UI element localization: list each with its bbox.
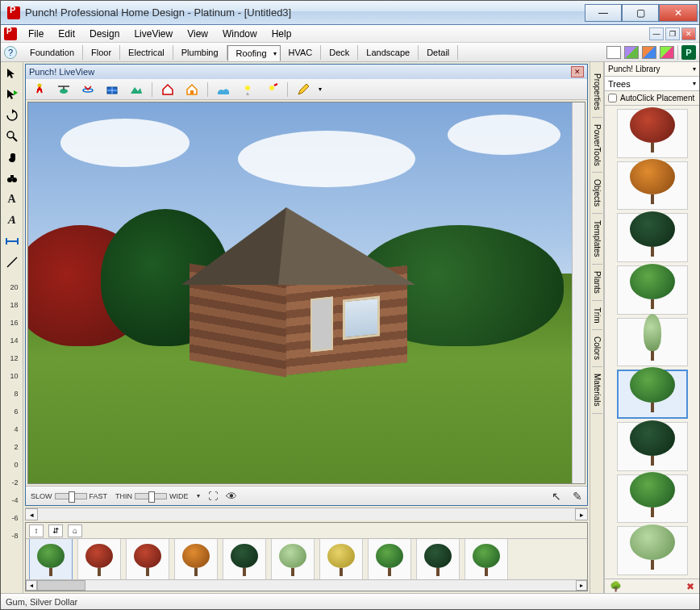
svg-point-9 xyxy=(38,83,42,87)
menu-help[interactable]: Help xyxy=(265,27,298,41)
fov-dropdown-icon[interactable]: ▾ xyxy=(197,492,200,499)
pointer-select-tool[interactable] xyxy=(4,86,20,102)
line-tool[interactable] xyxy=(4,254,20,270)
menu-liveview[interactable]: LiveView xyxy=(127,27,179,41)
autoclick-checkbox[interactable] xyxy=(608,94,617,102)
close-button[interactable]: ✕ xyxy=(659,4,698,22)
tab-roofing[interactable]: Roofing xyxy=(227,45,281,61)
library-item[interactable] xyxy=(617,370,688,419)
tray-item[interactable] xyxy=(29,539,73,579)
lib-foot-close-icon[interactable]: ✖ xyxy=(686,581,694,592)
eye-icon[interactable]: 👁 xyxy=(226,490,237,503)
text-tool-a[interactable]: A xyxy=(4,191,20,207)
tray-item[interactable] xyxy=(271,539,315,579)
pencil-tool-icon[interactable] xyxy=(294,81,312,98)
tab-hvac[interactable]: HVAC xyxy=(281,45,322,60)
tray-item[interactable] xyxy=(416,539,460,579)
helicopter-tool-icon[interactable] xyxy=(55,81,73,98)
zoom-tool[interactable] xyxy=(4,128,20,144)
viewcube-3-icon[interactable] xyxy=(642,46,656,59)
tray-item[interactable] xyxy=(77,539,121,579)
menu-edit[interactable]: Edit xyxy=(52,27,81,41)
library-item[interactable] xyxy=(617,422,688,471)
fullscreen-icon[interactable]: ⛶ xyxy=(208,491,218,502)
pointer-tool[interactable] xyxy=(4,65,20,81)
light2-tool-icon[interactable] xyxy=(263,81,281,98)
tray-btn-2[interactable]: ⇵ xyxy=(48,524,63,537)
library-item[interactable] xyxy=(617,318,688,367)
library-item[interactable] xyxy=(617,526,688,575)
liveview-panel: Punch! LiveView ✕ xyxy=(25,64,588,506)
light-tool-icon[interactable] xyxy=(239,81,256,98)
tab-foundation[interactable]: Foundation xyxy=(22,45,83,60)
vtab-objects[interactable]: Objects xyxy=(592,173,602,214)
viewcube-1-icon[interactable] xyxy=(606,46,621,59)
text-tool-b[interactable]: A xyxy=(2,212,21,228)
vtab-properties[interactable]: Properties xyxy=(592,67,602,118)
library-category-dropdown[interactable]: Trees▾ xyxy=(605,77,699,91)
tray-item[interactable] xyxy=(368,539,411,579)
vtab-powertools[interactable]: PowerTools xyxy=(592,118,602,173)
cursor-icon[interactable]: ↖ xyxy=(552,490,561,503)
tab-electrical[interactable]: Electrical xyxy=(120,45,173,60)
tray-btn-3[interactable]: ⌂ xyxy=(68,524,82,537)
lib-foot-tree-icon[interactable]: 🌳 xyxy=(610,581,622,592)
speed-slider[interactable]: SLOW FAST xyxy=(31,492,107,500)
viewport-vscrollbar[interactable] xyxy=(572,102,585,483)
tab-detail[interactable]: Detail xyxy=(419,45,458,60)
house2-tool-icon[interactable] xyxy=(183,81,201,98)
tab-plumbing[interactable]: Plumbing xyxy=(173,45,227,60)
library-title-dropdown[interactable]: Punch! Library▾ xyxy=(605,62,699,77)
mdi-minimize-button[interactable]: — xyxy=(649,27,664,40)
library-item[interactable] xyxy=(617,265,688,315)
library-item[interactable] xyxy=(617,474,688,524)
tray-item[interactable] xyxy=(465,539,508,579)
dimension-tool[interactable] xyxy=(4,233,20,249)
liveview-close-button[interactable]: ✕ xyxy=(571,66,584,77)
vtab-materials[interactable]: Materials xyxy=(592,367,602,414)
library-item[interactable] xyxy=(617,213,688,262)
house-tool-icon[interactable] xyxy=(159,81,177,98)
menu-file[interactable]: File xyxy=(22,27,50,41)
tab-landscape[interactable]: Landscape xyxy=(358,45,419,60)
tray-item[interactable] xyxy=(174,539,218,579)
tray-btn-1[interactable]: ↕ xyxy=(29,524,44,537)
tab-deck[interactable]: Deck xyxy=(321,45,358,60)
mdi-close-button[interactable]: ✕ xyxy=(681,27,696,40)
viewcube-4-icon[interactable] xyxy=(660,46,674,59)
menu-design[interactable]: Design xyxy=(83,27,126,41)
plan-hscrollbar[interactable]: ◂▸ xyxy=(25,508,588,520)
pan-tool[interactable] xyxy=(4,149,20,165)
help-icon[interactable]: ? xyxy=(4,46,17,59)
library-item[interactable] xyxy=(617,109,688,158)
flyby-tool-icon[interactable] xyxy=(79,81,97,98)
vtab-colors[interactable]: Colors xyxy=(592,330,602,367)
vtab-plants[interactable]: Plants xyxy=(592,265,602,301)
tray-item[interactable] xyxy=(319,539,363,579)
width-slider[interactable]: THIN WIDE xyxy=(115,492,189,500)
pencil-dropdown-icon[interactable]: ▾ xyxy=(319,86,322,93)
vtab-trim[interactable]: Trim xyxy=(592,301,602,331)
rotate-tool[interactable] xyxy=(4,107,20,123)
mdi-restore-button[interactable]: ❐ xyxy=(665,27,680,40)
menu-view[interactable]: View xyxy=(181,27,215,41)
menu-window[interactable]: Window xyxy=(216,27,264,41)
walk-tool-icon[interactable] xyxy=(31,81,48,98)
binoculars-tool[interactable] xyxy=(4,170,20,186)
vtab-templates[interactable]: Templates xyxy=(592,214,602,265)
viewcube-2-icon[interactable] xyxy=(624,46,639,59)
punch-logo-icon[interactable]: P xyxy=(681,45,696,60)
tray-item[interactable] xyxy=(223,539,266,579)
minimize-button[interactable]: — xyxy=(585,4,622,22)
tray-hscrollbar[interactable]: ◂▸ xyxy=(26,579,587,591)
tab-floor[interactable]: Floor xyxy=(83,45,120,60)
sky-tool-icon[interactable] xyxy=(215,81,232,98)
maximize-button[interactable]: ▢ xyxy=(622,4,659,22)
tray-item[interactable] xyxy=(126,539,169,579)
liveview-3d-viewport[interactable] xyxy=(27,102,585,484)
svg-rect-17 xyxy=(190,90,194,94)
library-item[interactable] xyxy=(617,161,688,211)
eyedropper-icon[interactable]: ✎ xyxy=(573,490,582,503)
solar-tool-icon[interactable] xyxy=(103,81,121,98)
terrain-tool-icon[interactable] xyxy=(127,81,145,98)
